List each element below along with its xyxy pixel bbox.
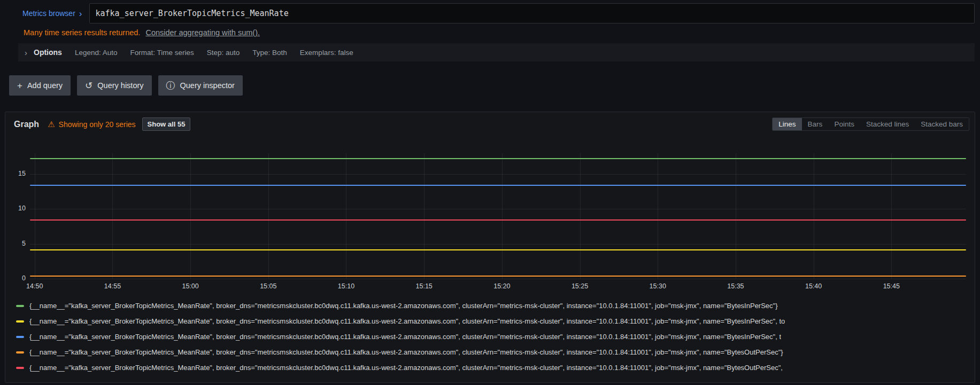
v-gridline — [424, 153, 425, 279]
y-tick-label: 15 — [6, 170, 26, 177]
option-summary-item: Legend: Auto — [75, 49, 118, 57]
button-label: Query history — [97, 81, 143, 90]
legend-label: {__name__="kafka_server_BrokerTopicMetri… — [29, 302, 778, 310]
x-tick-label: 15:45 — [883, 282, 900, 290]
series-line — [30, 158, 966, 159]
v-gridline — [346, 153, 346, 279]
panel-title: Graph — [14, 120, 39, 129]
x-tick-label: 14:55 — [104, 282, 121, 290]
v-gridline — [112, 153, 113, 279]
options-summary: Legend: AutoFormat: Time seriesStep: aut… — [62, 49, 353, 57]
legend-item[interactable]: {__name__="kafka_server_BrokerTopicMetri… — [16, 313, 975, 329]
legend-label: {__name__="kafka_server_BrokerTopicMetri… — [29, 364, 783, 372]
view-mode-bars[interactable]: Bars — [802, 118, 829, 130]
plot-area: 05101514:5014:5515:0015:0515:1015:1515:2… — [30, 153, 966, 279]
option-summary-item: Format: Time series — [130, 49, 194, 57]
query-toolbar: +Add query↺Query historyⓘQuery inspector — [9, 75, 975, 96]
query-history-button[interactable]: ↺Query history — [77, 75, 151, 96]
legend-item[interactable]: {__name__="kafka_server_BrokerTopicMetri… — [16, 329, 975, 344]
v-gridline — [736, 153, 736, 279]
legend-color-dash — [16, 336, 24, 338]
option-summary-item: Type: Both — [252, 49, 287, 57]
info-icon: ⓘ — [166, 81, 175, 90]
v-gridline — [580, 153, 581, 279]
series-line — [30, 276, 966, 277]
legend-label: {__name__="kafka_server_BrokerTopicMetri… — [29, 333, 781, 341]
show-all-series-button[interactable]: Show all 55 — [142, 117, 191, 131]
legend-item[interactable]: {__name__="kafka_server_BrokerTopicMetri… — [16, 344, 975, 360]
series-limit-warning: Showing only 20 series — [59, 120, 136, 129]
legend-color-dash — [16, 351, 24, 353]
series-line — [30, 219, 966, 221]
query-input[interactable] — [89, 3, 975, 23]
query-row: Metrics browser › — [18, 3, 975, 23]
h-gridline — [30, 279, 966, 279]
graph-panel: Graph ⚠ Showing only 20 series Show all … — [5, 112, 975, 383]
legend-color-dash — [16, 305, 24, 307]
plus-icon: + — [17, 81, 22, 90]
view-mode-stacked-bars[interactable]: Stacked bars — [915, 118, 969, 130]
metrics-browser-label: Metrics browser — [22, 9, 75, 18]
legend-color-dash — [16, 320, 24, 323]
y-tick-label: 5 — [6, 240, 26, 247]
v-gridline — [268, 153, 269, 279]
metrics-browser-button[interactable]: Metrics browser › — [18, 3, 89, 23]
series-line — [30, 185, 966, 186]
option-summary-item: Step: auto — [207, 49, 240, 57]
query-warning-row: Many time series results returned. Consi… — [24, 28, 975, 37]
v-gridline — [502, 153, 503, 279]
aggregate-suggestion-link[interactable]: Consider aggregating with sum(). — [145, 28, 260, 37]
graph-legend: {__name__="kafka_server_BrokerTopicMetri… — [16, 298, 975, 375]
legend-item[interactable]: {__name__="kafka_server_BrokerTopicMetri… — [16, 360, 975, 375]
graph-panel-header: Graph ⚠ Showing only 20 series Show all … — [5, 112, 975, 131]
view-mode-points[interactable]: Points — [828, 118, 860, 130]
legend-label: {__name__="kafka_server_BrokerTopicMetri… — [29, 317, 785, 325]
legend-label: {__name__="kafka_server_BrokerTopicMetri… — [29, 348, 783, 356]
series-line — [30, 249, 966, 250]
chevron-expand-icon: › — [25, 49, 27, 57]
x-tick-label: 15:00 — [182, 282, 198, 290]
options-row[interactable]: › Options Legend: AutoFormat: Time serie… — [18, 43, 975, 61]
x-tick-label: 15:10 — [338, 282, 354, 290]
history-icon: ↺ — [85, 81, 92, 90]
warning-triangle-icon: ⚠ — [48, 120, 55, 128]
query-inspector-button[interactable]: ⓘQuery inspector — [158, 75, 243, 96]
button-label: Add query — [27, 81, 63, 90]
y-tick-label: 0 — [6, 274, 26, 282]
v-gridline — [658, 153, 658, 279]
x-tick-label: 15:25 — [572, 282, 588, 290]
v-gridline — [190, 153, 191, 279]
legend-item[interactable]: {__name__="kafka_server_BrokerTopicMetri… — [16, 298, 975, 313]
v-gridline — [35, 153, 35, 279]
x-tick-label: 14:50 — [26, 282, 43, 290]
view-mode-tabs: LinesBarsPointsStacked linesStacked bars — [772, 117, 969, 131]
h-gridline — [30, 174, 966, 175]
view-mode-lines[interactable]: Lines — [773, 118, 801, 130]
x-tick-label: 15:15 — [416, 282, 433, 290]
option-summary-item: Exemplars: false — [300, 49, 353, 57]
x-tick-label: 15:35 — [727, 282, 744, 290]
options-label: Options — [34, 48, 62, 57]
v-gridline — [814, 153, 814, 279]
legend-color-dash — [16, 367, 24, 369]
h-gridline — [30, 244, 966, 245]
x-tick-label: 15:05 — [260, 282, 276, 290]
button-label: Query inspector — [180, 81, 235, 90]
v-gridline — [891, 153, 892, 279]
x-tick-label: 15:20 — [493, 282, 510, 290]
view-mode-stacked-lines[interactable]: Stacked lines — [860, 118, 915, 130]
y-tick-label: 10 — [6, 205, 26, 212]
add-query-button[interactable]: +Add query — [9, 75, 71, 96]
h-gridline — [30, 209, 966, 209]
warning-text: Many time series results returned. — [24, 28, 140, 37]
chevron-right-icon: › — [79, 9, 82, 18]
x-tick-label: 15:40 — [805, 282, 822, 290]
x-tick-label: 15:30 — [650, 282, 666, 290]
query-editor-section: Metrics browser › Many time series resul… — [0, 0, 980, 96]
